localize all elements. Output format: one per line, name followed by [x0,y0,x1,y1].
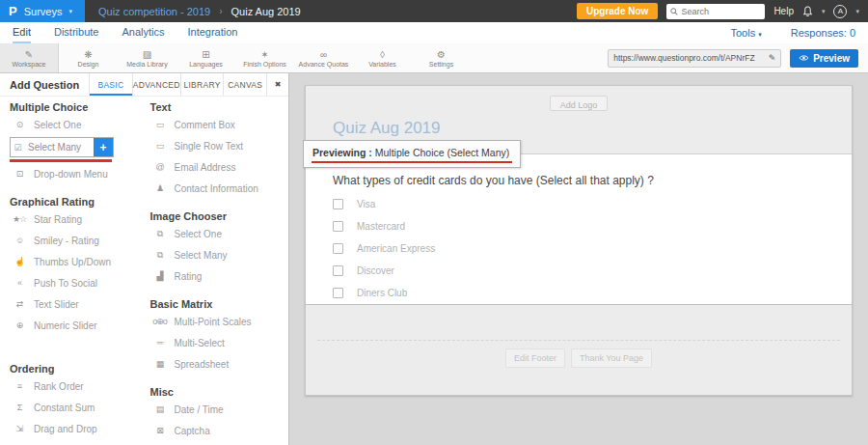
survey-url-box: ✎ [608,49,781,68]
panel-item-captcha[interactable]: ⊠Captcha [149,420,289,441]
search-box[interactable] [666,4,765,19]
help-link[interactable]: Help [773,6,794,16]
variables-tag-icon: ◊ [380,49,385,60]
panel-item-thumbs-up-down[interactable]: ☝Thumbs Up/Down [8,251,149,272]
nav-analytics[interactable]: Analytics [122,22,164,43]
toolbar-tab-media-library[interactable]: ▨Media Library [118,43,176,72]
panel-tab-library[interactable]: LIBRARY [180,73,224,96]
toolbar-tab-label: Media Library [126,61,167,68]
panel-item-drag-and-drop[interactable]: ⇲Drag and Drop [8,418,149,439]
footer-divider [317,340,840,341]
breadcrumb-current-page: Quiz Aug 2019 [231,6,301,17]
panel-item-rating[interactable]: ▟Rating [149,265,289,287]
option-checkbox[interactable] [333,199,343,209]
section-misc: Misc▤Date / Time⊠Captcha [149,386,289,441]
option-row-american-express: American Express [333,243,852,254]
panel-item-select-many[interactable]: ☑Select Many+ [10,137,114,157]
option-checkbox[interactable] [333,288,343,298]
topbar-actions: Upgrade Now Help ▾ A ▾ [577,0,868,22]
chevron-down-icon[interactable]: ▾ [855,8,859,15]
search-input[interactable] [681,7,761,16]
panel-item-select-one[interactable]: ⊙Select One [8,114,149,135]
captcha-icon: ⊠ [152,426,168,435]
option-row-diners-club: Diners Club [333,288,852,298]
panel-item-select-one[interactable]: ⧉Select One [149,223,289,244]
design-palette-icon: ❋ [84,49,92,60]
previewing-value: Multiple Choice (Select Many) [375,147,509,158]
thank-you-page-button[interactable]: Thank You Page [571,348,652,368]
panel-item-contact-information[interactable]: ♟Contact Information [149,178,289,199]
edit-footer-button[interactable]: Edit Footer [505,348,565,368]
option-checkbox[interactable] [333,243,343,254]
panel-item-email-address[interactable]: @Email Address [149,156,289,178]
toolbar-tab-variables[interactable]: ◊Variables [353,43,412,72]
survey-url-input[interactable] [613,53,765,63]
multi-select-icon: ▫▫▫ [152,338,168,348]
panel-item-multi-select[interactable]: ▫▫▫Multi-Select [149,332,289,353]
option-checkbox[interactable] [333,265,343,276]
section-title: Misc [150,386,289,399]
panel-item-spreadsheet[interactable]: ▦Spreadsheet [149,353,289,375]
panel-tab-basic[interactable]: BASIC [89,73,132,96]
checkbox-stack-icon: ☑ [11,143,24,153]
panel-item-numeric-slider[interactable]: ⊕Numeric Slider [8,315,149,336]
breadcrumb-separator: › [219,6,222,16]
add-question-plus-button[interactable]: + [94,138,113,156]
panel-item-date-time[interactable]: ▤Date / Time [149,399,289,420]
panel-item-push-to-social[interactable]: «Push To Social [8,272,149,293]
panel-item-constant-sum[interactable]: ΣConstant Sum [8,397,149,418]
panel-tab-advanced[interactable]: ADVANCED [132,73,180,96]
toolbar-tab-languages[interactable]: ⊞Languages [176,43,235,72]
panel-item-text-slider[interactable]: ⇄Text Slider [8,293,149,315]
responses-count-link[interactable]: Responses: 0 [791,27,855,39]
panel-item-smiley-rating[interactable]: ☺Smiley - Rating [8,230,149,251]
survey-title[interactable]: Quiz Aug 2019 [333,119,852,138]
section-title: Text [150,101,289,114]
panel-item-comment-box[interactable]: ▭Comment Box [149,114,289,135]
toolbar-tab-workspace[interactable]: ✎Workspace [0,43,59,72]
panel-item-single-row-text[interactable]: ▭Single Row Text [149,135,289,156]
drag-drop-icon: ⇲ [12,424,27,433]
toolbar-tab-design[interactable]: ❋Design [59,43,118,72]
panel-item-star-rating[interactable]: ★☆Star Rating [8,209,149,230]
close-icon[interactable]: ✖ [266,73,288,96]
toolbar-tab-finish-options[interactable]: ✶Finish Options [235,43,294,72]
question-text[interactable]: What types of credit cards do you have (… [333,174,852,187]
share-social-icon: « [12,278,27,288]
survey-nav-row: EditDistributeAnalyticsIntegration Tools… [0,22,868,43]
media-image-icon: ▨ [143,49,151,60]
red-underline [312,161,512,163]
option-label: Diners Club [357,288,407,298]
panel-item-drop-down-menu[interactable]: ⊡Drop-down Menu [8,163,149,184]
option-checkbox[interactable] [333,221,343,232]
toolbar-tab-advance-quotas[interactable]: ∞Advance Quotas [294,43,353,72]
tools-dropdown[interactable]: Tools ▾ [730,27,761,39]
toolbar-right: ✎ Preview [608,43,868,72]
nav-integration[interactable]: Integration [187,22,237,43]
image-rating-icon: ▟ [152,271,168,281]
panel-item-label: Numeric Slider [34,320,97,331]
breadcrumb-survey-link[interactable]: Quiz competition - 2019 [98,6,210,17]
panel-tab-canvas[interactable]: CANVAS [223,73,266,96]
option-label: Discover [357,265,394,276]
avatar[interactable]: A [833,5,847,18]
nav-distribute[interactable]: Distribute [54,22,98,43]
dropdown-menu-icon: ⊡ [12,169,27,179]
nav-edit[interactable]: Edit [13,22,31,43]
edit-url-pencil-icon[interactable]: ✎ [769,53,776,63]
panel-item-select-many[interactable]: ⧉Select Many [149,244,289,265]
panel-item-label: Star Rating [34,214,82,225]
preview-button[interactable]: Preview [790,49,858,68]
toolbar-tab-label: Workspace [13,61,46,68]
panel-item-multi-point-scales[interactable]: o⊕oMulti-Point Scales [149,311,289,332]
chevron-down-icon[interactable]: ▾ [822,8,826,15]
upgrade-now-button[interactable]: Upgrade Now [577,3,658,19]
panel-item-rank-order[interactable]: ≡Rank Order [8,375,149,397]
add-logo-button[interactable]: Add Logo [550,96,609,111]
notifications-bell-icon[interactable] [802,6,813,17]
panel-item-label: Select Many [175,250,228,261]
toolbar-tab-settings[interactable]: ⚙Settings [412,43,471,72]
surveys-product-menu[interactable]: P Surveys ▾ [0,0,85,22]
section-title: Ordering [10,363,149,375]
toolbar-tab-label: Design [78,61,99,68]
